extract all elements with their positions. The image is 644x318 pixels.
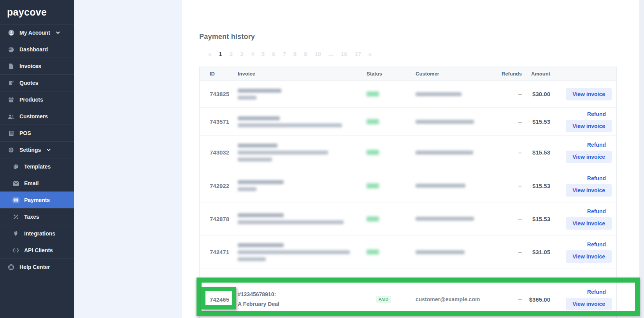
refunds-value: -- — [491, 183, 522, 189]
sidebar-item-label: Help Center — [19, 264, 50, 270]
page-2[interactable]: 2 — [230, 51, 233, 57]
actions-cell: RefundView invoice — [550, 241, 616, 263]
sidebar-item-settings[interactable]: Settings — [0, 141, 74, 158]
column-header-amount: Amount — [522, 71, 550, 77]
redacted-invoice-text — [238, 96, 256, 100]
amount-value: $30.00 — [522, 91, 550, 97]
page-16[interactable]: 16 — [341, 51, 347, 57]
invoice-id: 742471 — [200, 249, 238, 255]
status-cell — [367, 216, 416, 221]
sidebar-item-label: API Clients — [24, 247, 53, 253]
status-badge-paid: PAID — [376, 296, 391, 303]
page-1[interactable]: 1 — [219, 51, 222, 57]
page-7[interactable]: 7 — [283, 51, 286, 57]
sidebar-item-label: Invoices — [19, 63, 41, 69]
sidebar-item-products[interactable]: Products — [0, 91, 74, 108]
customer-cell — [416, 151, 491, 155]
sidebar-item-dashboard[interactable]: Dashboard — [0, 41, 74, 58]
redacted-invoice-text — [238, 250, 350, 254]
help-center-icon — [7, 264, 15, 270]
refund-link[interactable]: Refund — [587, 111, 606, 117]
refund-link[interactable]: Refund — [587, 289, 606, 295]
actions-cell: RefundView invoice — [550, 142, 616, 163]
sidebar-item-taxes[interactable]: Taxes — [0, 208, 74, 225]
page-6[interactable]: 6 — [272, 51, 275, 57]
refund-link[interactable]: Refund — [587, 142, 606, 148]
dashboard-icon — [7, 47, 15, 53]
redacted-customer-text — [416, 151, 473, 155]
view-invoice-button[interactable]: View invoice — [566, 88, 612, 100]
amount-value: $31.05 — [522, 249, 550, 255]
refunds-value: -- — [491, 249, 522, 255]
integrations-icon — [12, 231, 19, 237]
sidebar-item-label: My Account — [19, 30, 50, 36]
email-icon — [12, 181, 19, 186]
page-9[interactable]: 9 — [304, 51, 307, 57]
refund-link[interactable]: Refund — [587, 241, 606, 248]
sidebar-item-pos[interactable]: POS — [0, 125, 74, 141]
column-header-status: Status — [367, 71, 416, 77]
page-8[interactable]: 8 — [293, 51, 297, 57]
table-row: 743032--$15.53RefundView invoice — [200, 136, 616, 169]
sidebar-item-my-account[interactable]: My Account — [0, 24, 74, 41]
invoice-id: 743825 — [200, 91, 238, 97]
sidebar-item-quotes[interactable]: Quotes — [0, 74, 74, 91]
sidebar-item-integrations[interactable]: Integrations — [0, 225, 74, 242]
view-invoice-button[interactable]: View invoice — [566, 217, 612, 230]
page-17[interactable]: 17 — [354, 51, 361, 57]
invoices-icon — [7, 63, 15, 69]
column-header-invoice: Invoice — [238, 71, 367, 77]
page-4[interactable]: 4 — [251, 51, 254, 57]
refunds-value: -- — [491, 149, 522, 156]
refunds-value: -- — [491, 216, 522, 222]
view-invoice-button[interactable]: View invoice — [566, 151, 612, 163]
refund-link[interactable]: Refund — [587, 208, 606, 214]
sidebar-item-help-center[interactable]: Help Center — [0, 258, 74, 275]
actions-cell: RefundView invoice — [550, 111, 616, 132]
view-invoice-button[interactable]: View invoice — [566, 250, 612, 263]
actions-cell: RefundView invoice — [550, 289, 616, 310]
amount-value: $365.00 — [522, 296, 550, 303]
page-next[interactable]: » — [369, 51, 372, 57]
refund-link[interactable]: Refund — [587, 175, 606, 181]
refunds-value: -- — [491, 296, 522, 302]
sidebar-item-label: POS — [19, 130, 31, 136]
invoice-id: 742465 — [200, 296, 238, 303]
redacted-invoice-text — [238, 144, 277, 148]
sidebar-item-invoices[interactable]: Invoices — [0, 58, 74, 74]
table-row-highlighted: 742465#12345678910:A February DealPAIDcu… — [200, 269, 616, 318]
main-content: Payment history «12345678910...1617» IDI… — [182, 0, 639, 318]
sidebar-item-label: Taxes — [24, 214, 39, 220]
sidebar-item-customers[interactable]: Customers — [0, 108, 74, 125]
sidebar-item-email[interactable]: Email — [0, 175, 74, 192]
sidebar-item-label: Products — [19, 97, 43, 103]
sidebar-item-templates[interactable]: Templates — [0, 158, 74, 175]
pagination: «12345678910...1617» — [208, 50, 639, 57]
invoice-cell — [238, 87, 367, 101]
refunds-value: -- — [491, 91, 522, 97]
view-invoice-button[interactable]: View invoice — [566, 298, 612, 310]
page-prev[interactable]: « — [208, 51, 211, 57]
invoice-cell — [238, 212, 367, 226]
redacted-invoice-text — [238, 180, 284, 184]
invoice-line: #12345678910: — [238, 290, 367, 299]
table-row: 742878--$15.53RefundView invoice — [200, 202, 616, 235]
invoice-cell — [238, 179, 367, 193]
table-row: 743825--$30.00View invoice — [200, 81, 616, 108]
invoice-cell: #12345678910:A February Deal — [238, 290, 367, 309]
sidebar-item-api-clients[interactable]: API Clients — [0, 242, 74, 258]
payments-icon — [12, 197, 19, 203]
status-badge-redacted — [367, 91, 379, 97]
page-10[interactable]: 10 — [314, 51, 321, 57]
sidebar-item-payments[interactable]: Payments — [0, 192, 74, 208]
view-invoice-button[interactable]: View invoice — [566, 184, 612, 197]
view-invoice-button[interactable]: View invoice — [566, 120, 612, 132]
status-cell — [367, 150, 416, 155]
page-3[interactable]: 3 — [240, 51, 243, 57]
sidebar-item-label: Integrations — [24, 230, 55, 237]
page-title: Payment history — [199, 33, 639, 41]
amount-value: $15.53 — [522, 183, 550, 189]
status-cell — [367, 249, 416, 255]
page-5[interactable]: 5 — [261, 51, 265, 57]
invoice-cell — [238, 115, 367, 129]
